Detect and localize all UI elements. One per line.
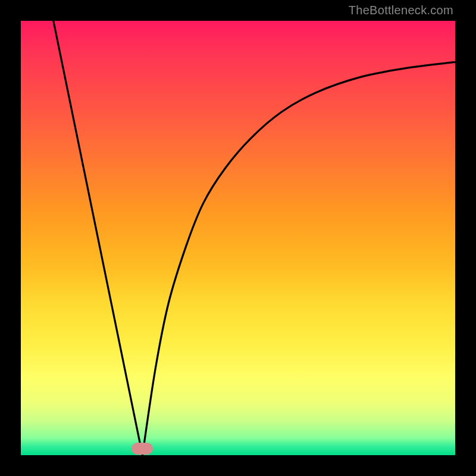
watermark-text: TheBottleneck.com (349, 4, 453, 17)
chart-frame: TheBottleneck.com (0, 0, 476, 476)
optimum-marker (131, 443, 153, 455)
plot-area (21, 21, 455, 455)
bottleneck-curve (21, 21, 455, 455)
